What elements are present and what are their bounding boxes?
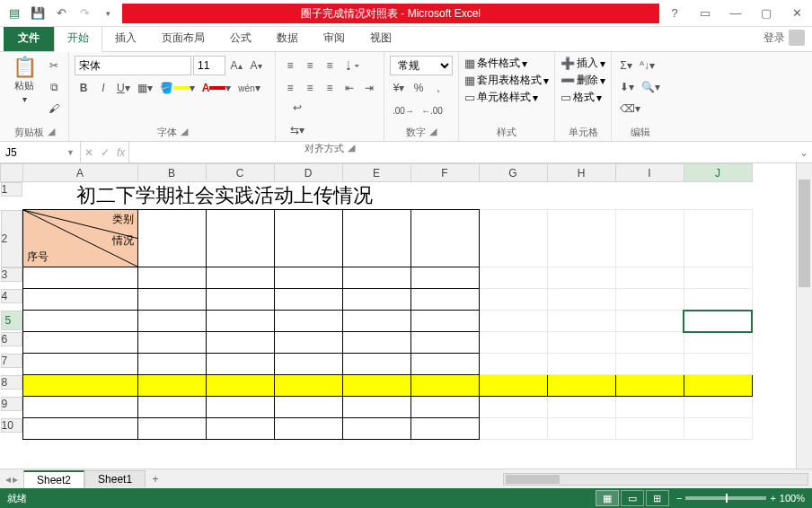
fill-button[interactable]: ⬇▾ <box>617 77 637 97</box>
cell[interactable] <box>137 311 206 332</box>
merge-center-button[interactable]: ⇆▾ <box>285 120 310 140</box>
col-header[interactable]: J <box>684 164 752 182</box>
title-cell[interactable]: 初二下学期社会实践活动上传情况 <box>22 182 752 210</box>
row-header[interactable]: 5 <box>1 311 22 330</box>
align-middle-button[interactable]: ≡ <box>301 56 319 75</box>
copy-button[interactable]: ⧉ <box>45 77 63 97</box>
align-bottom-button[interactable]: ≡ <box>321 56 339 75</box>
cell[interactable] <box>410 418 479 440</box>
cell[interactable] <box>274 375 342 397</box>
cell[interactable] <box>615 210 684 267</box>
cell[interactable] <box>479 354 547 375</box>
align-top-button[interactable]: ≡ <box>281 56 299 75</box>
paste-button[interactable]: 📋 粘贴 ▾ <box>5 56 43 106</box>
cell[interactable] <box>274 354 342 375</box>
cell[interactable] <box>22 289 137 311</box>
cell[interactable] <box>410 332 479 354</box>
cell[interactable] <box>137 289 206 311</box>
row-header[interactable]: 7 <box>1 354 22 368</box>
dialog-launcher-icon[interactable]: ◢ <box>181 126 188 139</box>
minimize-icon[interactable]: — <box>720 4 751 23</box>
cell[interactable] <box>137 375 206 397</box>
cell[interactable] <box>274 332 342 354</box>
align-left-button[interactable]: ≡ <box>281 78 299 98</box>
cell[interactable] <box>479 397 547 418</box>
cell[interactable] <box>684 332 752 354</box>
cell[interactable] <box>342 311 410 332</box>
cell[interactable] <box>547 311 615 332</box>
undo-icon[interactable]: ↶ <box>50 4 72 23</box>
view-page-break-icon[interactable]: ⊞ <box>646 490 669 506</box>
formula-input[interactable] <box>129 142 796 162</box>
cell[interactable] <box>410 397 479 418</box>
underline-button[interactable]: U▾ <box>114 78 133 98</box>
cell[interactable] <box>137 418 206 440</box>
dialog-launcher-icon[interactable]: ◢ <box>48 126 55 139</box>
cell[interactable] <box>410 354 479 375</box>
grid[interactable]: ABCDEFGHIJ1初二下学期社会实践活动上传情况2 类别 情况 序号 345… <box>0 163 812 469</box>
zoom-out-icon[interactable]: − <box>676 493 682 504</box>
cell[interactable] <box>274 311 342 332</box>
cell[interactable] <box>22 397 137 418</box>
tab-review[interactable]: 审阅 <box>311 25 357 51</box>
cell[interactable] <box>615 397 684 418</box>
clear-button[interactable]: ⌫▾ <box>617 99 643 118</box>
cell[interactable] <box>22 311 137 332</box>
align-center-button[interactable]: ≡ <box>301 78 319 98</box>
cell[interactable] <box>22 354 137 375</box>
cancel-icon[interactable]: ✕ <box>84 146 93 159</box>
tab-data[interactable]: 数据 <box>264 25 311 51</box>
row-header[interactable]: 3 <box>1 267 22 282</box>
number-format-select[interactable]: 常规 <box>390 56 453 75</box>
select-all-corner[interactable] <box>1 164 23 182</box>
sheet-tab-active[interactable]: Sheet2 <box>23 470 84 488</box>
fx-icon[interactable]: fx <box>117 146 125 159</box>
view-page-layout-icon[interactable]: ▭ <box>621 490 644 506</box>
save-icon[interactable]: 💾 <box>27 4 49 23</box>
col-header[interactable]: I <box>615 164 684 182</box>
cell[interactable] <box>684 289 752 311</box>
cell[interactable] <box>22 418 137 440</box>
col-header[interactable]: D <box>274 164 342 182</box>
cell[interactable] <box>206 418 274 440</box>
cell[interactable] <box>684 418 752 440</box>
cell[interactable] <box>342 289 410 311</box>
help-icon[interactable]: ? <box>659 4 690 23</box>
cell[interactable] <box>206 210 274 267</box>
cell[interactable] <box>342 397 410 418</box>
bold-button[interactable]: B <box>75 78 93 98</box>
cell[interactable] <box>206 397 274 418</box>
col-header[interactable]: C <box>206 164 274 182</box>
cell[interactable] <box>547 267 615 289</box>
tab-nav-last-icon[interactable]: ▸ <box>13 473 18 486</box>
autosum-button[interactable]: Σ▾ <box>617 56 635 75</box>
cell[interactable] <box>684 267 752 289</box>
cell[interactable] <box>547 289 615 311</box>
close-icon[interactable]: ✕ <box>781 4 812 23</box>
delete-cells-button[interactable]: ➖删除▾ <box>560 73 605 88</box>
insert-cells-button[interactable]: ➕插入▾ <box>560 56 605 71</box>
comma-button[interactable]: , <box>429 78 447 98</box>
zoom-control[interactable]: − + 100% <box>676 493 805 504</box>
cell[interactable] <box>342 375 410 397</box>
cell[interactable] <box>684 210 752 267</box>
sort-filter-button[interactable]: ᴬ↓▾ <box>637 56 658 75</box>
conditional-format-button[interactable]: ▦条件格式▾ <box>464 56 527 71</box>
dialog-launcher-icon[interactable]: ◢ <box>429 126 437 139</box>
orientation-button[interactable]: ⭭▾ <box>340 56 362 75</box>
col-header[interactable]: H <box>547 164 615 182</box>
align-right-button[interactable]: ≡ <box>321 78 339 98</box>
cell[interactable] <box>615 332 684 354</box>
row-header[interactable]: 10 <box>1 418 22 433</box>
tab-file[interactable]: 文件 <box>4 25 54 51</box>
decrease-indent-button[interactable]: ⇤ <box>340 78 358 98</box>
zoom-slider[interactable] <box>685 496 766 500</box>
cell[interactable] <box>547 332 615 354</box>
cell[interactable] <box>479 375 547 397</box>
cell[interactable] <box>342 354 410 375</box>
cell[interactable] <box>206 289 274 311</box>
font-size-select[interactable] <box>193 56 225 75</box>
cell[interactable] <box>684 375 752 397</box>
cell[interactable] <box>342 210 410 267</box>
cell[interactable] <box>547 210 615 267</box>
